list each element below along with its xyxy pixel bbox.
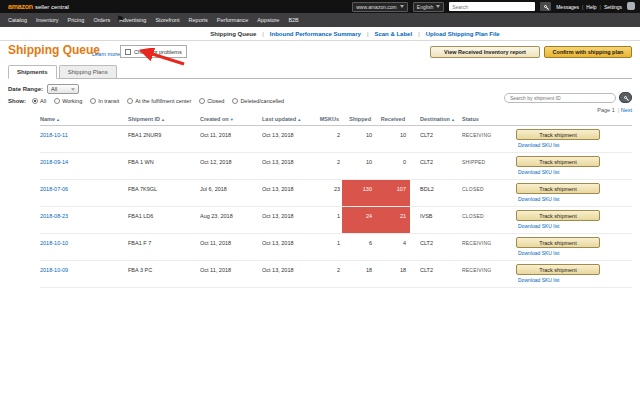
column-header[interactable]: Shipment ID▲ bbox=[128, 113, 200, 125]
cell-actions: Track shipment Download SKU list bbox=[516, 261, 632, 287]
show-filter-option[interactable]: All bbox=[32, 98, 46, 104]
show-filter-option[interactable]: At the fulfillment center bbox=[127, 98, 191, 104]
cell-actions: Track shipment Download SKU list bbox=[516, 126, 632, 152]
shipment-name-link[interactable]: 2018-10-10 bbox=[40, 240, 68, 246]
download-sku-list-link[interactable]: Download SKU list bbox=[518, 142, 632, 148]
nav-item[interactable]: Pricing bbox=[68, 17, 85, 23]
view-received-inventory-report-button[interactable]: View Received Inventory report bbox=[430, 46, 540, 58]
radio-icon[interactable] bbox=[32, 98, 38, 104]
global-search-input[interactable] bbox=[449, 2, 535, 11]
nav-item[interactable]: Orders bbox=[93, 17, 110, 23]
topbar-link[interactable]: Settings bbox=[604, 4, 622, 10]
track-shipment-button[interactable]: Track shipment bbox=[516, 210, 600, 221]
check-for-problems-label: Check for problems bbox=[134, 49, 182, 55]
confirm-with-shipping-plan-button[interactable]: Confirm with shipping plan bbox=[544, 46, 632, 58]
column-header[interactable]: MSKUs bbox=[318, 113, 342, 125]
shipment-name-link[interactable]: 2018-08-23 bbox=[40, 213, 68, 219]
column-header[interactable]: Shipped bbox=[342, 113, 376, 125]
radio-icon[interactable] bbox=[127, 98, 133, 104]
marketplace-switcher[interactable]: www.amazon.com bbox=[352, 2, 408, 12]
track-shipment-button[interactable]: Track shipment bbox=[516, 237, 600, 248]
tab[interactable]: Shipments bbox=[8, 65, 57, 79]
cell-destination: IVSB bbox=[410, 207, 462, 233]
cell-shipped: 130 bbox=[342, 180, 376, 206]
nav-item[interactable]: Inventory bbox=[36, 17, 59, 23]
track-shipment-button[interactable]: Track shipment bbox=[516, 156, 600, 167]
cell-name: 2018-10-10 bbox=[40, 234, 128, 260]
cell-created-on: Oct 11, 2018 bbox=[200, 234, 262, 260]
download-sku-list-link[interactable]: Download SKU list bbox=[518, 223, 632, 229]
search-icon bbox=[544, 5, 547, 8]
column-header-label: Destination bbox=[420, 116, 450, 122]
download-sku-list-link[interactable]: Download SKU list bbox=[518, 277, 632, 283]
download-sku-list-link[interactable]: Download SKU list bbox=[518, 169, 632, 175]
column-header[interactable]: Received bbox=[376, 113, 410, 125]
column-header[interactable]: Name▲ bbox=[40, 113, 128, 125]
cell-name: 2018-10-09 bbox=[40, 261, 128, 287]
download-sku-list-link[interactable]: Download SKU list bbox=[518, 196, 632, 202]
shipment-search-input[interactable] bbox=[504, 93, 616, 103]
cell-mskus: 23 bbox=[318, 180, 342, 206]
date-range-select[interactable]: All bbox=[47, 84, 79, 94]
topbar-link[interactable]: Messages bbox=[556, 4, 586, 10]
show-filter-option[interactable]: Closed bbox=[199, 98, 224, 104]
column-header-label: Shipped bbox=[349, 116, 371, 122]
track-shipment-button[interactable]: Track shipment bbox=[516, 183, 600, 194]
nav-item[interactable]: Appstore bbox=[257, 17, 279, 23]
radio-icon[interactable] bbox=[199, 98, 205, 104]
nav-item[interactable]: Catalog bbox=[8, 17, 27, 23]
show-filter-option[interactable]: In transit bbox=[90, 98, 119, 104]
chevron-down-icon bbox=[436, 5, 440, 8]
radio-icon[interactable] bbox=[232, 98, 238, 104]
tab[interactable]: Shipping Plans bbox=[59, 65, 117, 78]
sort-icon: ▲ bbox=[161, 117, 165, 122]
cell-status: RECEIVING bbox=[462, 261, 516, 287]
column-header[interactable]: Status bbox=[462, 113, 516, 125]
amazon-seller-central-logo[interactable]: amazon seller central bbox=[8, 3, 69, 10]
extension-icon[interactable] bbox=[627, 2, 635, 10]
global-search-button[interactable] bbox=[540, 2, 551, 11]
cell-created-on: Oct 11, 2018 bbox=[200, 126, 262, 152]
show-filter-option[interactable]: Working bbox=[54, 98, 82, 104]
shipment-name-link[interactable]: 2018-09-14 bbox=[40, 159, 68, 165]
language-switcher[interactable]: English bbox=[413, 2, 444, 12]
shipment-name-link[interactable]: 2018-10-09 bbox=[40, 267, 68, 273]
cell-shipment-id: FBA1 2NUR9 bbox=[128, 126, 200, 152]
learn-more-link[interactable]: Learn more bbox=[92, 51, 120, 57]
nav-item[interactable]: B2B bbox=[288, 17, 298, 23]
shipment-name-link[interactable]: 2018-07-06 bbox=[40, 186, 68, 192]
track-shipment-button[interactable]: Track shipment bbox=[516, 129, 600, 140]
check-for-problems-checkbox[interactable] bbox=[125, 49, 131, 55]
show-filter-option[interactable]: Deleted/cancelled bbox=[232, 98, 284, 104]
subnav-item[interactable]: Shipping Queue bbox=[210, 31, 270, 37]
topbar-link[interactable]: Help bbox=[586, 4, 604, 10]
column-header[interactable]: Created on▼ bbox=[200, 113, 262, 125]
cell-destination: BDL2 bbox=[410, 180, 462, 206]
radio-icon[interactable] bbox=[90, 98, 96, 104]
sort-icon: ▲ bbox=[56, 117, 60, 122]
show-filter: Show: All Working In transit bbox=[8, 98, 284, 104]
cell-last-updated: Oct 13, 2018 bbox=[262, 126, 318, 152]
shipment-name-link[interactable]: 2018-10-11 bbox=[40, 132, 68, 138]
column-header[interactable]: Destination▲ bbox=[410, 113, 462, 125]
track-shipment-button[interactable]: Track shipment bbox=[516, 264, 600, 275]
nav-item[interactable]: Performance bbox=[217, 17, 249, 23]
cell-last-updated: Oct 13, 2018 bbox=[262, 261, 318, 287]
check-for-problems-control[interactable]: Check for problems bbox=[120, 45, 187, 58]
subnav-item[interactable]: Inbound Performance Summary bbox=[270, 31, 375, 37]
show-filter-option-label: All bbox=[40, 98, 46, 104]
nav-item[interactable]: Reports bbox=[189, 17, 208, 23]
subnav-item[interactable]: Upload Shipping Plan File bbox=[426, 31, 500, 37]
date-range-label: Date Range: bbox=[8, 86, 43, 92]
shipment-search-go-button[interactable] bbox=[619, 92, 632, 103]
download-sku-list-link[interactable]: Download SKU list bbox=[518, 250, 632, 256]
secondary-nav: Shipping QueueInbound Performance Summar… bbox=[0, 27, 640, 41]
subnav-item[interactable]: Scan & Label bbox=[374, 31, 425, 37]
seller-central-label: seller central bbox=[35, 4, 69, 10]
table-row: 2018-08-23 FBA1 LD6 Aug 23, 2018 Oct 13,… bbox=[40, 207, 632, 234]
column-header[interactable]: Last updated▲ bbox=[262, 113, 318, 125]
radio-icon[interactable] bbox=[54, 98, 60, 104]
table-row: 2018-10-11 FBA1 2NUR9 Oct 11, 2018 Oct 1… bbox=[40, 126, 632, 153]
nav-item[interactable]: Storefront bbox=[155, 17, 179, 23]
cell-actions: Track shipment Download SKU list bbox=[516, 207, 632, 233]
